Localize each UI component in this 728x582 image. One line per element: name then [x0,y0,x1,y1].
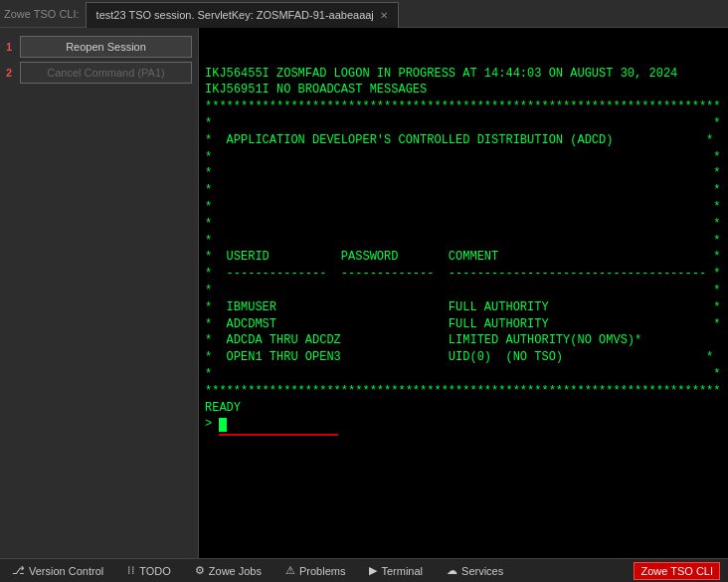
status-bar: ⎇ Version Control ⁞⁞ TODO ⚙ Zowe Jobs ⚠ … [0,558,728,582]
terminal-line: * * [205,115,722,132]
terminal-line: IKJ56951I NO BROADCAST MESSAGES [205,82,722,98]
terminal-line: IKJ56455I ZOSMFAD LOGON IN PROGRESS AT 1… [205,66,722,83]
status-todo[interactable]: ⁞⁞ TODO [123,562,175,579]
reopen-session-button[interactable]: Reopen Session [20,36,192,58]
main-area: 1 Reopen Session 2 Cancel Command (PA1) … [0,28,728,558]
services-icon: ☁ [447,564,457,577]
tab-title: test23 TSO session. ServletKey: ZOSMFAD-… [96,9,374,21]
version-control-icon: ⎇ [12,564,25,577]
tab-item[interactable]: test23 TSO session. ServletKey: ZOSMFAD-… [86,2,399,28]
terminal-cursor [219,418,227,432]
terminal-line: * USERID PASSWORD COMMENT * [205,249,722,266]
sidebar: 1 Reopen Session 2 Cancel Command (PA1) [0,28,199,558]
status-zowe-tso-cli[interactable]: Zowe TSO CLI [634,562,720,580]
status-services[interactable]: ☁ Services [443,562,507,579]
cancel-command-wrapper: 2 Cancel Command (PA1) [6,62,192,84]
terminal-line: ****************************************… [205,98,722,115]
tab-bar-label: Zowe TSO CLI: [4,8,86,20]
terminal-label: Terminal [381,565,423,577]
terminal-line: * * [205,165,722,182]
terminal-prompt: > [205,416,219,433]
services-label: Services [461,565,503,577]
problems-label: Problems [299,565,345,577]
terminal-line: * IBMUSER FULL AUTHORITY * [205,299,722,316]
tab-close-icon[interactable]: ✕ [380,10,388,21]
btn1-number: 1 [6,41,16,53]
todo-label: TODO [139,565,171,577]
terminal-output[interactable]: IKJ56455I ZOSMFAD LOGON IN PROGRESS AT 1… [199,28,728,558]
terminal-line: * ADCDMST FULL AUTHORITY * [205,316,722,333]
zowe-jobs-icon: ⚙ [195,564,205,577]
version-control-label: Version Control [29,565,103,577]
terminal-line: * ADCDA THRU ADCDZ LIMITED AUTHORITY(NO … [205,332,722,349]
status-problems[interactable]: ⚠ Problems [281,562,349,579]
btn2-number: 2 [6,67,16,79]
cancel-command-button[interactable]: Cancel Command (PA1) [20,62,192,84]
terminal-line: * -------------- ------------- ---------… [205,266,722,283]
status-version-control[interactable]: ⎇ Version Control [8,562,107,579]
terminal-line: READY [205,400,722,417]
zowe-tso-cli-label: Zowe TSO CLI [640,565,713,577]
terminal-icon: ▶ [369,564,377,577]
status-terminal[interactable]: ▶ Terminal [365,562,427,579]
terminal-line: * APPLICATION DEVELOPER'S CONTROLLED DIS… [205,132,722,149]
terminal-line: * * [205,216,722,233]
terminal-prompt-line: > [205,416,722,433]
terminal-line: * OPEN1 THRU OPEN3 UID(0) (NO TSO) * [205,349,722,366]
problems-icon: ⚠ [285,564,295,577]
terminal-line: ****************************************… [205,383,722,400]
terminal-line: * * [205,283,722,299]
input-underline [219,434,338,436]
terminal-line: * * [205,366,722,383]
tab-bar: Zowe TSO CLI: test23 TSO session. Servle… [0,0,728,28]
terminal-line: * * [205,199,722,216]
terminal-line: * * [205,233,722,250]
status-zowe-jobs[interactable]: ⚙ Zowe Jobs [191,562,266,579]
todo-icon: ⁞⁞ [127,564,135,577]
reopen-session-wrapper: 1 Reopen Session [6,36,192,58]
zowe-jobs-label: Zowe Jobs [209,565,262,577]
terminal-line: * * [205,182,722,199]
terminal-line: * * [205,149,722,166]
